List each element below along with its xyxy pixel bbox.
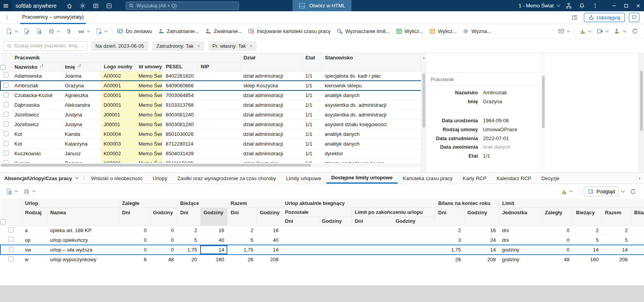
employee-cell[interactable]: 1/1 — [302, 149, 322, 158]
limit-cell[interactable] — [282, 245, 319, 255]
employee-cell[interactable]: 8003081240 — [163, 110, 197, 120]
employee-cell[interactable]: Memo Świ... — [135, 120, 163, 129]
bottom-tab[interactable]: Kalendarz RCP — [492, 173, 537, 184]
limit-cell[interactable]: 0 — [119, 245, 150, 255]
select-all-checkbox[interactable] — [0, 65, 5, 70]
column-limit-razem[interactable]: Razem — [602, 208, 631, 226]
employee-cell[interactable]: dział administracji — [240, 129, 302, 139]
limit-cell[interactable]: 5 — [602, 235, 631, 245]
limit-cell[interactable]: 6 — [119, 255, 150, 264]
limit-cell[interactable]: 0 — [150, 245, 177, 255]
column-jednostka[interactable]: Jednostka — [499, 208, 542, 226]
employee-row[interactable]: KuniszDamianK00001Memo Świ...8511160629s… — [0, 158, 421, 163]
limit-cell[interactable]: 0 — [119, 226, 150, 235]
row-select-cell[interactable] — [0, 100, 11, 110]
limit-cell[interactable]: 24 — [464, 235, 499, 245]
column-nazwisko[interactable]: Nazwisko1 — [11, 62, 62, 71]
employee-cell[interactable]: analityk danych — [322, 129, 421, 139]
employee-cell[interactable] — [197, 71, 240, 81]
employee-cell[interactable] — [197, 149, 240, 158]
zwalnianie-button[interactable]: Zwalnianie... — [202, 26, 245, 37]
more-options-button[interactable] — [589, 0, 602, 11]
employee-cell[interactable]: 1/1 — [302, 120, 322, 129]
scrollbar-thumb[interactable] — [1, 164, 311, 167]
global-search-input[interactable] — [137, 3, 236, 9]
limit-cell[interactable] — [319, 255, 351, 264]
group-urlop-biegnacy[interactable]: Urlop aktualnie biegnący — [282, 199, 435, 208]
column-group-pracownik[interactable]: Pracownik — [11, 53, 240, 62]
open-in-window-button[interactable] — [594, 26, 611, 37]
employee-cell[interactable]: Aleksandra — [62, 100, 100, 110]
limit-cell[interactable]: 48 — [150, 255, 177, 264]
employee-cell[interactable]: 8003081240 — [163, 120, 197, 129]
limit-cell[interactable] — [351, 235, 392, 245]
limit-cell[interactable]: 0 — [150, 226, 177, 235]
chevron-down-icon[interactable] — [570, 189, 573, 192]
limit-cell[interactable]: 16 — [200, 226, 227, 235]
news-panel-button[interactable] — [89, 0, 102, 11]
column-bilans-dni[interactable]: Dni — [435, 208, 464, 226]
limit-cell[interactable] — [351, 245, 392, 255]
employee-cell[interactable]: C00001 — [100, 90, 135, 100]
limit-cell[interactable]: 26 — [435, 255, 464, 264]
employee-cell[interactable]: Agnieszka — [62, 90, 100, 100]
employee-cell[interactable] — [197, 90, 240, 100]
detail-scrollbar[interactable] — [541, 53, 546, 172]
employee-cell[interactable]: 1/1 — [302, 110, 322, 120]
column-razem-godziny[interactable]: Godziny — [256, 208, 282, 226]
limit-cell[interactable]: 2 — [177, 226, 200, 235]
column-logo-osoby[interactable]: Logo osoby — [100, 62, 135, 71]
print-preview-button[interactable] — [33, 26, 45, 37]
column-dzial[interactable]: Dział — [240, 53, 302, 71]
column-nip[interactable]: NIP — [197, 62, 240, 71]
employee-cell[interactable]: Memo Świ... — [135, 81, 163, 90]
horizontal-scrollbar[interactable] — [0, 163, 421, 167]
limit-cell[interactable]: 0 — [542, 245, 573, 255]
group-bilans[interactable]: Bilans na koniec roku — [435, 199, 499, 208]
limit-cell[interactable]: 14 — [573, 245, 602, 255]
column-stanowisko[interactable]: Stanowisko — [322, 53, 421, 71]
employee-row[interactable]: AdamowskaJoannaA00002Memo Świ...84022618… — [0, 71, 421, 81]
employee-cell[interactable]: 8501030026 — [163, 129, 197, 139]
employee-cell[interactable]: K00003 — [100, 139, 135, 149]
row-select-cell[interactable] — [0, 120, 11, 129]
connections-button[interactable] — [562, 0, 575, 11]
limit-cell[interactable]: 160 — [573, 255, 602, 264]
row-checkbox[interactable] — [3, 92, 9, 97]
row-checkbox[interactable] — [9, 257, 14, 262]
row-checkbox[interactable] — [3, 83, 9, 88]
row-select-cell[interactable] — [0, 235, 22, 245]
limit-cell[interactable] — [319, 226, 351, 235]
limit-cell[interactable]: 14 — [464, 245, 499, 255]
employee-cell[interactable]: dział administracji — [240, 110, 302, 120]
module-switcher-button[interactable] — [102, 0, 116, 11]
company-selector[interactable]: 1 - Memo Świat — [519, 3, 554, 9]
limit-cell[interactable]: 2 — [602, 226, 631, 235]
employee-cell[interactable]: 6409060866 — [163, 81, 197, 90]
employee-cell[interactable]: Justyna — [62, 120, 100, 129]
column-biezace-dni[interactable]: Dni — [177, 208, 200, 226]
employee-row[interactable]: JózefowiczJustynaJ00001Memo Świ...800308… — [0, 120, 421, 129]
edit-record-button[interactable] — [21, 26, 33, 37]
limit-cell[interactable]: 0 — [119, 235, 150, 245]
vertical-scrollbar[interactable] — [421, 53, 426, 172]
employee-cell[interactable]: 7003064854 — [163, 90, 197, 100]
remove-filter-icon[interactable] — [197, 43, 200, 49]
limit-row[interactable]: swurlop – siła wyższa001,75141,75141,751… — [0, 245, 644, 255]
chevron-down-icon[interactable] — [15, 189, 18, 192]
employee-cell[interactable]: D00001 — [100, 100, 135, 110]
chevron-down-icon[interactable] — [557, 3, 561, 7]
column-limit-po-godziny[interactable]: Godziny — [392, 217, 435, 226]
limit-cell[interactable] — [631, 235, 644, 245]
bottom-tab[interactable]: Decyzje — [537, 173, 564, 184]
employee-row[interactable]: AmbroziakGrażynaA00001Memo Świ...6409060… — [0, 81, 421, 90]
tabs-scroll-right-button[interactable] — [635, 173, 644, 184]
limit-cell[interactable]: 16 — [464, 226, 499, 235]
employee-cell[interactable]: dział administracji — [240, 149, 302, 158]
limit-cell[interactable] — [631, 245, 644, 255]
employee-cell[interactable] — [197, 139, 240, 149]
group-urlop[interactable]: Urlop — [22, 199, 119, 208]
employee-cell[interactable]: Kamila — [62, 129, 100, 139]
employee-cell[interactable]: Kot — [11, 139, 62, 149]
chevron-down-icon[interactable] — [87, 29, 90, 32]
